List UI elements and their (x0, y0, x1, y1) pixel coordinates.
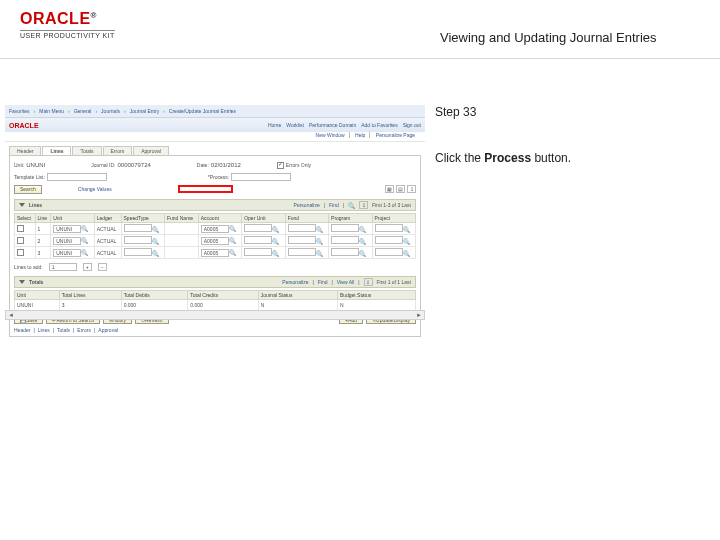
row-select-checkbox[interactable] (17, 237, 24, 244)
tab-lines[interactable]: Lines (42, 146, 71, 155)
table-row: 3 UNUNI🔍 ACTUAL 🔍 A0005🔍 🔍 🔍 🔍 🔍 (15, 247, 416, 259)
lookup-icon[interactable]: 🔍 (359, 227, 366, 233)
link-header[interactable]: Header (14, 327, 30, 333)
download-icon[interactable]: ⇩ (359, 201, 368, 209)
unit-cell[interactable]: UNUNI (53, 237, 81, 245)
lookup-icon[interactable]: 🔍 (81, 238, 88, 244)
lines-to-add-label: Lines to add: (14, 264, 43, 270)
change-values-link[interactable]: Change Values (78, 186, 112, 192)
lookup-icon[interactable]: 🔍 (359, 251, 366, 257)
lookup-icon[interactable]: 🔍 (81, 226, 88, 232)
crumb[interactable]: Journals (101, 108, 120, 114)
oper-cell[interactable] (244, 224, 272, 232)
lookup-icon[interactable]: 🔍 (152, 251, 159, 257)
lookup-icon[interactable]: 🔍 (272, 251, 279, 257)
lookup-icon[interactable]: 🔍 (229, 226, 236, 232)
row-select-checkbox[interactable] (17, 249, 24, 256)
col-fund: Fund (285, 214, 328, 223)
lookup-icon[interactable]: 🔍 (152, 227, 159, 233)
find-link[interactable]: Find (329, 202, 339, 208)
speedtype-cell[interactable] (124, 248, 152, 256)
errors-only-checkbox[interactable] (277, 162, 284, 169)
fund-cell[interactable] (288, 248, 316, 256)
fund-cell[interactable] (288, 224, 316, 232)
program-cell[interactable] (331, 248, 359, 256)
search-button[interactable]: Search (14, 185, 42, 194)
lines-table: Select Line Unit Ledger SpeedType Fund N… (14, 213, 416, 259)
horizontal-scrollbar[interactable]: ◄ ► (5, 310, 425, 320)
grid-icon[interactable]: ▤ (396, 185, 405, 193)
scroll-left-icon[interactable]: ◄ (6, 312, 16, 318)
row-select-checkbox[interactable] (17, 225, 24, 232)
personalize-link[interactable]: Personalize (282, 279, 308, 285)
account-cell[interactable]: A0005 (201, 237, 229, 245)
speedtype-cell[interactable] (124, 224, 152, 232)
crumb[interactable]: Create/Update Journal Entries (169, 108, 236, 114)
lookup-icon[interactable]: 🔍 (229, 238, 236, 244)
speedtype-cell[interactable] (124, 236, 152, 244)
find-link[interactable]: Find (318, 279, 328, 285)
lookup-icon[interactable]: 🔍 (403, 227, 410, 233)
nav-worklist[interactable]: Worklist (286, 122, 304, 128)
tab-totals[interactable]: Totals (72, 146, 101, 155)
oper-cell[interactable] (244, 236, 272, 244)
download-icon[interactable]: ⇩ (407, 185, 416, 193)
nav-perf[interactable]: Performance Domain (309, 122, 356, 128)
download-icon[interactable]: ⇩ (364, 278, 373, 286)
lookup-icon[interactable]: 🔍 (272, 239, 279, 245)
account-cell[interactable]: A0005 (201, 225, 229, 233)
lookup-icon[interactable]: 🔍 (403, 239, 410, 245)
col-operunit: Oper Unit (242, 214, 285, 223)
template-list-input[interactable] (47, 173, 107, 181)
link-totals[interactable]: Totals (57, 327, 70, 333)
lookup-icon[interactable]: 🔍 (403, 251, 410, 257)
collapse-icon[interactable] (19, 203, 25, 207)
tab-errors[interactable]: Errors (103, 146, 133, 155)
link-errors[interactable]: Errors (77, 327, 91, 333)
program-cell[interactable] (331, 236, 359, 244)
project-cell[interactable] (375, 248, 403, 256)
scroll-right-icon[interactable]: ► (414, 312, 424, 318)
crumb[interactable]: Favorites (9, 108, 30, 114)
help-link[interactable]: Help (351, 132, 370, 138)
zoom-icon[interactable]: 🔍 (348, 202, 355, 209)
delete-row-button[interactable]: − (98, 263, 107, 271)
nav-fav[interactable]: Add to Favorites (361, 122, 397, 128)
personalize-link[interactable]: Personalize (294, 202, 320, 208)
viewall-link[interactable]: View All (337, 279, 354, 285)
link-approval[interactable]: Approval (98, 327, 118, 333)
crumb[interactable]: Main Menu (39, 108, 64, 114)
tab-header[interactable]: Header (9, 146, 41, 155)
unit-cell[interactable]: UNUNI (53, 249, 81, 257)
breadcrumb: Favorites› Main Menu› General› Journals›… (5, 105, 425, 118)
nav-signout[interactable]: Sign out (403, 122, 421, 128)
process-button-highlight[interactable] (178, 185, 233, 193)
lookup-icon[interactable]: 🔍 (359, 239, 366, 245)
link-lines[interactable]: Lines (38, 327, 50, 333)
add-row-button[interactable]: + (83, 263, 92, 271)
lookup-icon[interactable]: 🔍 (316, 251, 323, 257)
unit-cell[interactable]: UNUNI (53, 225, 81, 233)
lookup-icon[interactable]: 🔍 (272, 227, 279, 233)
lookup-icon[interactable]: 🔍 (316, 227, 323, 233)
process-select[interactable] (231, 173, 291, 181)
crumb[interactable]: Journal Entry (130, 108, 159, 114)
collapse-icon[interactable] (19, 280, 25, 284)
lookup-icon[interactable]: 🔍 (152, 239, 159, 245)
new-window-link[interactable]: New Window (312, 132, 350, 138)
tab-approval[interactable]: Approval (133, 146, 169, 155)
lines-to-add-input[interactable]: 1 (49, 263, 77, 271)
lookup-icon[interactable]: 🔍 (229, 250, 236, 256)
fund-cell[interactable] (288, 236, 316, 244)
nav-home[interactable]: Home (268, 122, 281, 128)
lookup-icon[interactable]: 🔍 (316, 239, 323, 245)
program-cell[interactable] (331, 224, 359, 232)
lookup-icon[interactable]: 🔍 (81, 250, 88, 256)
oper-cell[interactable] (244, 248, 272, 256)
account-cell[interactable]: A0005 (201, 249, 229, 257)
project-cell[interactable] (375, 224, 403, 232)
crumb[interactable]: General (74, 108, 92, 114)
project-cell[interactable] (375, 236, 403, 244)
grid-icon[interactable]: ▦ (385, 185, 394, 193)
personalize-link[interactable]: Personalize Page (372, 132, 419, 138)
